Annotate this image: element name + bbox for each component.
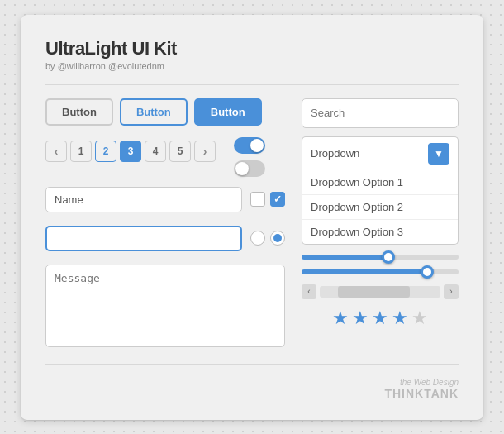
toggles-col	[234, 137, 265, 177]
toggle-on-thumb	[250, 139, 264, 152]
message-textarea[interactable]	[45, 265, 285, 347]
name-checks-row: ✓	[45, 187, 285, 219]
star-1[interactable]: ★	[332, 308, 349, 329]
radio-checked[interactable]	[270, 231, 285, 246]
button-solid-blue[interactable]: Button	[194, 98, 262, 126]
dropdown-arrow: ▼	[428, 143, 449, 165]
logo-line2: THINKTANK	[45, 387, 459, 400]
slider-1-track[interactable]	[302, 255, 459, 260]
dropdown-option-1[interactable]: Dropdown Option 1	[302, 170, 458, 195]
star-3[interactable]: ★	[372, 308, 388, 329]
bottom-section: the Web Design THINKTANK	[45, 364, 459, 400]
search-input[interactable]	[302, 101, 458, 125]
slider-2	[302, 269, 459, 274]
slider-2-thumb[interactable]	[421, 265, 434, 279]
scroll-left-button[interactable]: ‹	[302, 284, 316, 299]
logo-line1: the Web Design	[45, 378, 459, 387]
dropdown: Dropdown ▼ Dropdown Option 1 Dropdown Op…	[302, 136, 459, 245]
textarea-wrapper	[45, 265, 285, 351]
page-4[interactable]: 4	[145, 141, 166, 162]
text-input-focused[interactable]	[45, 226, 242, 251]
dropdown-option-3[interactable]: Dropdown Option 3	[302, 220, 458, 244]
slider-1-thumb[interactable]	[382, 250, 395, 264]
name-input-wrapper	[45, 187, 242, 219]
right-column: 🔍 Dropdown ▼ Dropdown Option 1 Dropdown …	[302, 98, 459, 351]
checkbox-unchecked[interactable]	[250, 192, 265, 207]
bottom-divider	[45, 364, 459, 365]
slider-1	[302, 255, 459, 260]
star-2[interactable]: ★	[352, 308, 368, 329]
pagination-prev[interactable]: ‹	[45, 141, 67, 162]
scroll-thumb	[338, 286, 411, 298]
star-5[interactable]: ★	[411, 308, 428, 329]
scrollbar-row: ‹ ›	[302, 284, 459, 299]
search-button[interactable]: 🔍	[458, 99, 459, 127]
checkboxes-row: ✓	[250, 192, 285, 207]
radio-inner-dot	[273, 234, 282, 242]
dropdown-label: Dropdown	[311, 147, 359, 160]
search-icon: 🔍	[458, 107, 459, 120]
search-box: 🔍	[302, 98, 459, 128]
left-column: Button Button Button ‹ 1 2 3 4 5 ›	[45, 98, 285, 351]
page-1[interactable]: 1	[70, 141, 92, 162]
pagination-next[interactable]: ›	[194, 141, 216, 162]
dropdown-header[interactable]: Dropdown ▼	[302, 136, 459, 170]
pagination: ‹ 1 2 3 4 5 ›	[45, 141, 216, 162]
header: UltraLight UI Kit by @willbarron @evolut…	[45, 38, 459, 71]
page-3-active[interactable]: 3	[120, 141, 141, 162]
text-radios-row	[45, 226, 285, 258]
stars-rating: ★ ★ ★ ★ ★	[302, 308, 459, 329]
toggle-off[interactable]	[234, 160, 265, 177]
checkbox-checked[interactable]: ✓	[270, 192, 285, 207]
page-2[interactable]: 2	[95, 141, 116, 162]
header-divider	[45, 84, 459, 85]
button-outline-blue[interactable]: Button	[120, 98, 188, 126]
main-layout: Button Button Button ‹ 1 2 3 4 5 ›	[45, 98, 459, 351]
text-input-wrapper	[45, 226, 242, 258]
dropdown-option-2[interactable]: Dropdown Option 2	[302, 195, 458, 220]
dropdown-list: Dropdown Option 1 Dropdown Option 2 Drop…	[302, 170, 459, 245]
name-input[interactable]	[45, 187, 242, 212]
radio-unchecked[interactable]	[250, 231, 265, 246]
toggle-off-thumb	[235, 162, 249, 175]
pagination-toggles-row: ‹ 1 2 3 4 5 ›	[45, 137, 285, 177]
slider-2-track[interactable]	[302, 269, 459, 274]
button-outline[interactable]: Button	[45, 98, 113, 126]
app-title: UltraLight UI Kit	[45, 38, 459, 60]
radios-row	[250, 231, 285, 246]
scroll-track[interactable]	[320, 286, 440, 298]
main-card: UltraLight UI Kit by @willbarron @evolut…	[21, 15, 483, 420]
scroll-right-button[interactable]: ›	[444, 284, 459, 299]
page-5[interactable]: 5	[169, 141, 191, 162]
toggle-on[interactable]	[234, 137, 265, 154]
buttons-row: Button Button Button	[45, 98, 285, 126]
checkmark-icon: ✓	[273, 193, 282, 205]
chevron-down-icon: ▼	[434, 148, 444, 160]
logo: the Web Design THINKTANK	[45, 378, 459, 400]
app-subtitle: by @willbarron @evolutednm	[45, 61, 459, 71]
star-4[interactable]: ★	[392, 308, 408, 329]
